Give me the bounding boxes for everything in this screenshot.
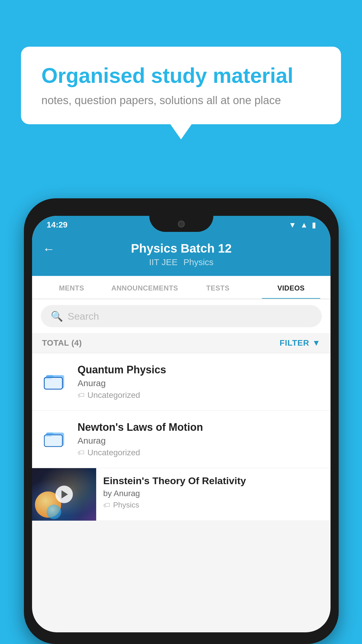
- header-bar: ← Physics Batch 12 IIT JEE Physics: [32, 234, 331, 276]
- header-subtitle: IIT JEE Physics: [149, 257, 213, 267]
- back-button[interactable]: ←: [43, 242, 55, 256]
- status-time: 14:29: [47, 220, 68, 230]
- tag-label: Uncategorized: [87, 448, 140, 457]
- tab-videos[interactable]: VIDEOS: [254, 276, 328, 299]
- subtitle-physics: Physics: [183, 257, 213, 267]
- tag-icon: 🏷: [103, 501, 110, 509]
- tag-label: Physics: [113, 501, 139, 510]
- item-tag: 🏷 Uncategorized: [78, 448, 322, 457]
- video-title: Einstein's Theory Of Relativity: [103, 475, 324, 487]
- play-button[interactable]: [55, 486, 73, 503]
- list-item-video[interactable]: Einstein's Theory Of Relativity by Anura…: [32, 468, 331, 521]
- signal-icon: ▲: [300, 220, 308, 230]
- search-bar[interactable]: 🔍 Search: [41, 305, 322, 327]
- speech-bubble: Organised study material notes, question…: [21, 47, 341, 124]
- phone-screen: 14:29 ▼ ▲ ▮ ← Physics Batch 12 IIT JEE P…: [32, 216, 331, 632]
- tag-icon: 🏷: [78, 391, 85, 399]
- item-info: Newton's Laws of Motion Anurag 🏷 Uncateg…: [78, 421, 322, 457]
- folder-icon: [44, 426, 67, 449]
- list-item[interactable]: Quantum Physics Anurag 🏷 Uncategorized: [32, 353, 331, 411]
- bubble-subtitle: notes, question papers, solutions all at…: [41, 94, 321, 107]
- status-icons: ▼ ▲ ▮: [289, 220, 316, 230]
- tag-icon: 🏷: [78, 449, 85, 457]
- tab-bar: MENTS ANNOUNCEMENTS TESTS VIDEOS: [32, 276, 331, 299]
- video-author: by Anurag: [103, 489, 324, 498]
- item-author: Anurag: [78, 378, 322, 388]
- video-thumbnail: [32, 468, 96, 521]
- search-container: 🔍 Search: [32, 299, 331, 333]
- tag-label: Uncategorized: [87, 391, 140, 400]
- folder-icon: [44, 368, 67, 392]
- header-title: Physics Batch 12: [131, 242, 232, 256]
- video-info: Einstein's Theory Of Relativity by Anura…: [96, 468, 331, 517]
- camera: [178, 220, 185, 228]
- filter-button[interactable]: FILTER ▼: [280, 338, 321, 348]
- phone-frame: 14:29 ▼ ▲ ▮ ← Physics Batch 12 IIT JEE P…: [24, 198, 339, 644]
- filter-icon: ▼: [312, 338, 321, 348]
- item-title: Newton's Laws of Motion: [78, 421, 322, 433]
- list-content: Quantum Physics Anurag 🏷 Uncategorized: [32, 353, 331, 521]
- play-icon: [61, 490, 68, 498]
- item-title: Quantum Physics: [78, 364, 322, 376]
- tab-announcements[interactable]: ANNOUNCEMENTS: [108, 276, 181, 299]
- total-count: TOTAL (4): [42, 338, 82, 348]
- tab-tests[interactable]: TESTS: [181, 276, 254, 299]
- speech-bubble-container: Organised study material notes, question…: [21, 47, 341, 124]
- wifi-icon: ▼: [289, 220, 296, 230]
- item-icon-wrap: [41, 423, 70, 452]
- bubble-title: Organised study material: [41, 64, 321, 87]
- battery-icon: ▮: [312, 220, 316, 230]
- notch: [149, 216, 213, 232]
- item-info: Quantum Physics Anurag 🏷 Uncategorized: [78, 364, 322, 400]
- filter-bar: TOTAL (4) FILTER ▼: [32, 333, 331, 353]
- subtitle-iitjee: IIT JEE: [149, 257, 178, 267]
- filter-label: FILTER: [280, 338, 309, 348]
- item-tag: 🏷 Uncategorized: [78, 391, 322, 400]
- item-icon-wrap: [41, 365, 70, 395]
- search-input[interactable]: Search: [68, 311, 99, 322]
- item-author: Anurag: [78, 436, 322, 446]
- tab-ments[interactable]: MENTS: [35, 276, 108, 299]
- list-item[interactable]: Newton's Laws of Motion Anurag 🏷 Uncateg…: [32, 411, 331, 468]
- search-icon: 🔍: [51, 310, 63, 322]
- video-tag: 🏷 Physics: [103, 501, 324, 510]
